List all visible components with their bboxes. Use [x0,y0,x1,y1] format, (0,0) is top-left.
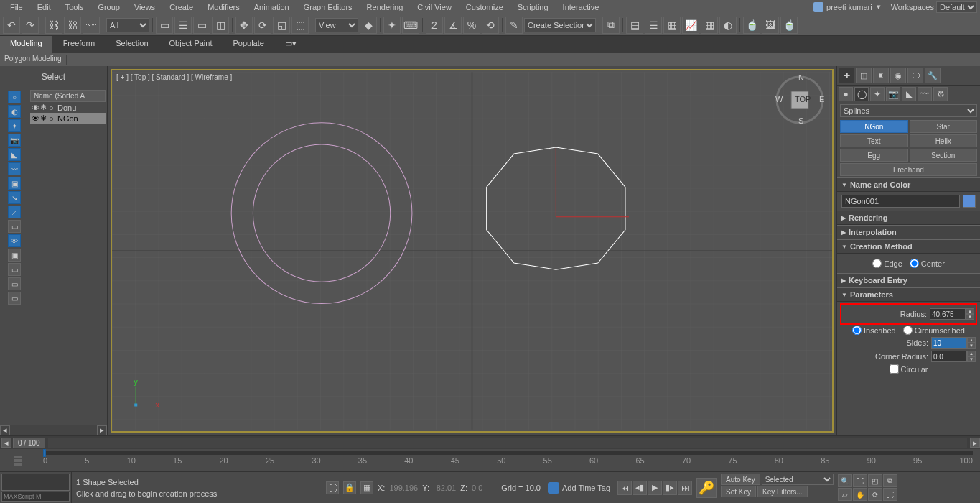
menu-scripting[interactable]: Scripting [510,1,556,13]
selection-filter[interactable]: All [106,18,149,32]
percent-snap-button[interactable]: % [463,17,480,34]
helix-button[interactable]: Helix [910,134,978,147]
lock-button[interactable]: 🔒 [343,481,356,494]
pan-button[interactable]: ✋ [853,488,867,501]
setkey-button[interactable]: Set Key [721,486,756,497]
angle-snap-button[interactable]: ∡ [444,17,462,34]
warps-subtab[interactable]: 〰 [918,87,932,101]
menu-civil-view[interactable]: Civil View [410,1,458,13]
ribbon-tab-populate[interactable]: Populate [223,36,274,53]
interpolation-rollout[interactable]: ▶Interpolation [837,225,980,239]
systems-subtab[interactable]: ⚙ [933,87,948,101]
maxscript-listener[interactable]: MAXScript Mi [1,492,70,502]
snap-button[interactable]: 2 [426,17,443,34]
lights-subtab[interactable]: ✦ [870,87,885,101]
layer-button[interactable]: ☰ [645,17,662,34]
rendering-rollout[interactable]: ▶Rendering [837,211,980,225]
time-slider-track[interactable] [48,438,967,448]
select-button[interactable]: ▭ [156,17,173,34]
select-name-button[interactable]: ☰ [174,17,192,34]
zoom-all-button[interactable]: ⛶ [853,474,867,487]
sides-up[interactable]: ▲ [967,337,976,343]
add-time-tag[interactable]: Add Time Tag [543,472,615,503]
orbit-button[interactable]: ⟳ [868,488,882,501]
viewport-top[interactable]: [ + ] [ Top ] [ Standard ] [ Wireframe ] [111,69,834,433]
menu-modifiers[interactable]: Modifiers [200,1,247,13]
viewport-canvas[interactable]: y x [112,70,832,431]
display-hidden-icon[interactable]: ▣ [8,249,21,262]
redo-button[interactable]: ↷ [22,17,39,34]
window-crossing-button[interactable]: ◫ [212,17,229,34]
sides-input[interactable] [931,337,967,349]
menu-animation[interactable]: Animation [247,1,297,13]
corner-down[interactable]: ▼ [967,356,976,362]
eye-icon[interactable]: 👁 [32,114,39,123]
next-frame-button[interactable]: ▮▸ [663,481,677,495]
creation-method-rollout[interactable]: ▼Creation Method [837,239,980,254]
unlink-button[interactable]: ⛓ [64,17,81,34]
time-slider-button[interactable]: 0 / 100 [13,438,45,448]
user-menu[interactable]: preeti kumari ▾ [811,1,884,14]
material-editor-button[interactable]: ◐ [719,17,737,34]
maximize-button[interactable]: ⛶ [883,488,897,501]
bind-button[interactable]: 〰 [83,17,100,34]
create-tab[interactable]: ✚ [839,68,854,83]
modify-tab[interactable]: ◫ [856,68,872,83]
object-name-input[interactable] [841,195,960,208]
display-geometry-icon[interactable]: ○ [8,91,21,103]
time-slider-prev[interactable]: ◂ [1,438,11,448]
display-cameras-icon[interactable]: 📷 [8,134,21,147]
display-xrefs-icon[interactable]: ↘ [8,191,21,204]
display-frozen-icon[interactable]: 👁 [8,234,21,247]
placement-button[interactable]: ⬚ [291,17,309,34]
workspace-select[interactable]: Default [936,1,977,13]
helpers-subtab[interactable]: ◣ [902,87,916,101]
circular-checkbox[interactable] [890,364,899,374]
prev-frame-button[interactable]: ◂▮ [633,481,647,495]
menu-tools[interactable]: Tools [58,1,91,13]
ribbon-tab-selection[interactable]: Selection [106,36,158,53]
filter-all-icon[interactable]: ▭ [8,263,21,276]
ribbon-tab-object-paint[interactable]: Object Paint [159,36,223,53]
radius-down[interactable]: ▼ [966,314,974,320]
render-setup-button[interactable]: 🍵 [743,17,760,34]
edge-radio[interactable]: Edge [872,259,902,268]
corner-radius-input[interactable] [931,351,967,362]
play-button[interactable]: ▶ [648,481,662,495]
ref-coord-select[interactable]: View [315,18,358,32]
menu-interactive[interactable]: Interactive [556,1,607,13]
menu-rendering[interactable]: Rendering [360,1,411,13]
render-button[interactable]: 🍵 [780,17,798,34]
zoom-extents-button[interactable]: ◰ [868,474,882,487]
tree-row-ngon[interactable]: 👁 ❄ ○ NGon [30,113,106,124]
menu-edit[interactable]: Edit [30,1,58,13]
pivot-button[interactable]: ◆ [360,17,377,34]
scale-button[interactable]: ◱ [273,17,290,34]
section-button[interactable]: Section [910,149,978,162]
ribbon-tab-modeling[interactable]: Modeling [0,36,52,53]
manipulate-button[interactable]: ✦ [383,17,401,34]
freeze-icon[interactable]: ❄ [40,114,47,123]
fov-button[interactable]: ▱ [838,488,852,501]
menu-group[interactable]: Group [90,1,127,13]
circumscribed-radio[interactable]: Circumscribed [903,326,965,335]
keyboard-entry-rollout[interactable]: ▶Keyboard Entry [837,273,980,287]
render-frame-button[interactable]: 🖼 [762,17,779,34]
spinner-snap-button[interactable]: ⟲ [482,17,499,34]
zoom-extents-all-button[interactable]: ⧉ [883,474,897,487]
sides-down[interactable]: ▼ [967,343,976,349]
category-select[interactable]: Splines [840,104,977,117]
radius-up[interactable]: ▲ [966,308,974,314]
keyboard-shortcut-button[interactable]: ⌨ [402,17,419,34]
display-containers-icon[interactable]: ▭ [8,220,21,233]
ngon-button[interactable]: NGon [840,120,908,133]
polygon-modeling-group[interactable]: Polygon Modeling [0,55,67,65]
isolate-button[interactable]: ⛶ [326,481,339,494]
filter-invert-icon[interactable]: ▭ [8,292,21,305]
filter-none-icon[interactable]: ▭ [8,277,21,290]
mirror-button[interactable]: ⧉ [602,17,620,34]
tree-header[interactable]: Name (Sorted A [30,90,106,102]
edit-named-sel-button[interactable]: ✎ [505,17,523,34]
viewport-label[interactable]: [ + ] [ Top ] [ Standard ] [ Wireframe ] [116,73,232,81]
ribbon-tab-freeform[interactable]: Freeform [53,36,106,53]
